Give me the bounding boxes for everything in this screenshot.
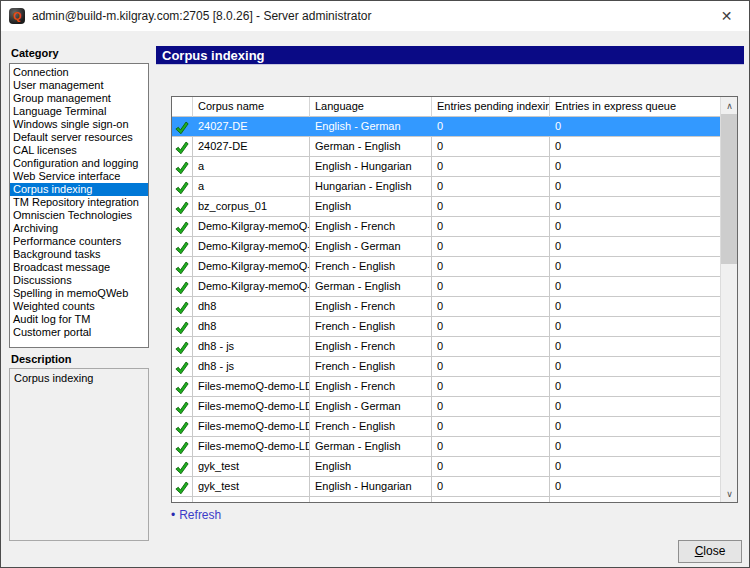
language-cell: English - French — [310, 297, 432, 316]
sidebar-item[interactable]: User management — [10, 79, 148, 92]
corpus-name-cell: Files-memoQ-demo-LD-2015 — [193, 417, 310, 436]
language-cell: English - French — [310, 377, 432, 396]
corpus-name-cell: dh8 — [193, 317, 310, 336]
entries-express-cell: 0 — [550, 417, 720, 436]
sidebar-item[interactable]: TM Repository integration — [10, 196, 148, 209]
indexed-ok-icon — [175, 181, 189, 195]
status-cell — [172, 177, 193, 196]
window-close-icon[interactable]: ✕ — [704, 1, 749, 31]
indexed-ok-icon — [175, 401, 189, 415]
status-cell — [172, 117, 193, 136]
table-row[interactable]: gyk_testEnglish00 — [172, 457, 720, 477]
table-row[interactable]: Files-memoQ-demo-LD-2015German - English… — [172, 437, 720, 457]
sidebar-item[interactable]: Windows single sign-on — [10, 118, 148, 131]
sidebar-item[interactable]: Spelling in memoQWeb — [10, 287, 148, 300]
table-row[interactable]: gyk_testEnglish - Hungarian00 — [172, 477, 720, 497]
sidebar-item[interactable]: Performance counters — [10, 235, 148, 248]
column-header-entries-pending[interactable]: Entries pending indexing — [432, 97, 550, 117]
table-row[interactable]: Files-memoQ-demo-LD-2015English - French… — [172, 377, 720, 397]
column-header-status[interactable] — [172, 97, 193, 117]
language-cell: English - French — [310, 337, 432, 356]
description-box: Corpus indexing — [9, 368, 149, 541]
column-header-corpus-name[interactable]: Corpus name — [193, 97, 310, 117]
sidebar-item[interactable]: Corpus indexing — [10, 183, 148, 196]
close-button[interactable]: Close — [678, 540, 742, 563]
status-cell — [172, 477, 193, 496]
status-cell — [172, 157, 193, 176]
entries-express-cell: 0 — [550, 237, 720, 256]
table-row[interactable]: Demo-Kilgray-memoQ-LD-2...French - Engli… — [172, 257, 720, 277]
sidebar-item[interactable]: Omniscien Technologies — [10, 209, 148, 222]
table-row[interactable]: dh8English - French00 — [172, 297, 720, 317]
corpus-name-cell: Files-memoQ-demo-LD-2015 — [193, 377, 310, 396]
language-cell: German - English — [310, 277, 432, 296]
table-row[interactable]: dh8 - jsFrench - English00 — [172, 357, 720, 377]
table-row[interactable]: Files-memoQ-demo-LD-2015French - English… — [172, 417, 720, 437]
description-label: Description — [11, 353, 72, 365]
indexed-ok-icon — [175, 301, 189, 315]
sidebar-item[interactable]: Customer portal — [10, 326, 148, 339]
entries-pending-cell: 0 — [432, 317, 550, 336]
language-cell: English - Hungarian — [310, 157, 432, 176]
sidebar-item[interactable]: Connection — [10, 66, 148, 79]
corpus-name-cell: Files-memoQ-demo-LD-2015 — [193, 397, 310, 416]
indexed-ok-icon — [175, 281, 189, 295]
table-row[interactable]: bz_corpus_01English00 — [172, 197, 720, 217]
status-cell — [172, 297, 193, 316]
status-cell — [172, 217, 193, 236]
column-header-entries-express[interactable]: Entries in express queue — [550, 97, 720, 117]
entries-express-cell: 0 — [550, 137, 720, 156]
bullet-icon: • — [171, 508, 175, 522]
table-row[interactable]: gyk_testHungarian - English00 — [172, 497, 720, 502]
column-header-language[interactable]: Language — [310, 97, 432, 117]
sidebar-item[interactable]: Configuration and logging — [10, 157, 148, 170]
table-row[interactable]: Files-memoQ-demo-LD-2015English - German… — [172, 397, 720, 417]
table-row[interactable]: aEnglish - Hungarian00 — [172, 157, 720, 177]
table-header-row: Corpus name Language Entries pending ind… — [172, 97, 737, 117]
language-cell: English - French — [310, 217, 432, 236]
sidebar-item[interactable]: CAL licenses — [10, 144, 148, 157]
sidebar-item[interactable]: Group management — [10, 92, 148, 105]
language-cell: German - English — [310, 437, 432, 456]
sidebar-item[interactable]: Language Terminal — [10, 105, 148, 118]
sidebar-item[interactable]: Weighted counts — [10, 300, 148, 313]
table-row[interactable]: aHungarian - English00 — [172, 177, 720, 197]
status-cell — [172, 397, 193, 416]
sidebar-item[interactable]: Background tasks — [10, 248, 148, 261]
indexed-ok-icon — [175, 381, 189, 395]
table-row[interactable]: 24027-DEGerman - English00 — [172, 137, 720, 157]
status-cell — [172, 357, 193, 376]
table-row[interactable]: 24027-DEEnglish - German00 — [172, 117, 720, 137]
indexed-ok-icon — [175, 121, 189, 135]
table-row[interactable]: dh8 - jsEnglish - French00 — [172, 337, 720, 357]
indexed-ok-icon — [175, 421, 189, 435]
category-list[interactable]: ConnectionUser managementGroup managemen… — [9, 63, 149, 348]
sidebar-item[interactable]: Archiving — [10, 222, 148, 235]
sidebar-item[interactable]: Audit log for TM — [10, 313, 148, 326]
indexed-ok-icon — [175, 321, 189, 335]
language-cell: English - German — [310, 397, 432, 416]
table-row[interactable]: Demo-Kilgray-memoQ-LD-2...English - Germ… — [172, 237, 720, 257]
entries-express-cell: 0 — [550, 377, 720, 396]
entries-pending-cell: 0 — [432, 177, 550, 196]
table-row[interactable]: Demo-Kilgray-memoQ-LD-2...German - Engli… — [172, 277, 720, 297]
sidebar-item[interactable]: Discussions — [10, 274, 148, 287]
vertical-scrollbar[interactable]: ∧ ∨ — [720, 97, 737, 502]
corpus-name-cell: dh8 — [193, 297, 310, 316]
scroll-up-icon[interactable]: ∧ — [721, 97, 738, 114]
entries-express-cell: 0 — [550, 157, 720, 176]
indexed-ok-icon — [175, 201, 189, 215]
scroll-down-icon[interactable]: ∨ — [721, 485, 738, 502]
entries-pending-cell: 0 — [432, 397, 550, 416]
table-row[interactable]: Demo-Kilgray-memoQ-LD-2...English - Fren… — [172, 217, 720, 237]
entries-express-cell: 0 — [550, 437, 720, 456]
sidebar-item[interactable]: Broadcast message — [10, 261, 148, 274]
entries-pending-cell: 0 — [432, 197, 550, 216]
sidebar-item[interactable]: Default server resources — [10, 131, 148, 144]
table-row[interactable]: dh8French - English00 — [172, 317, 720, 337]
entries-express-cell: 0 — [550, 457, 720, 476]
corpus-name-cell: Files-memoQ-demo-LD-2015 — [193, 437, 310, 456]
refresh-link[interactable]: Refresh — [179, 508, 221, 522]
scrollbar-thumb[interactable] — [721, 114, 738, 264]
sidebar-item[interactable]: Web Service interface — [10, 170, 148, 183]
